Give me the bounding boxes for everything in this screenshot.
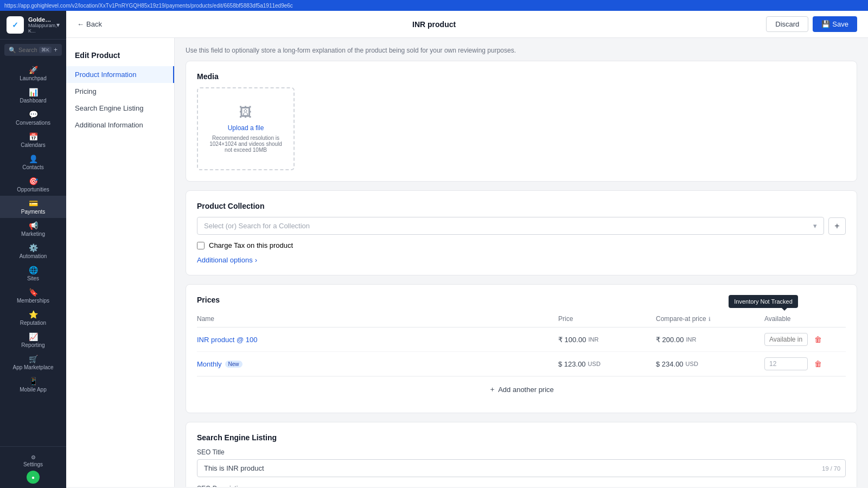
price-val-2: $ 123.00 USD — [558, 360, 656, 368]
discard-button[interactable]: Discard — [766, 16, 808, 32]
sidebar-item-marketing[interactable]: 📢 Marketing — [0, 218, 66, 240]
sidebar-item-app-marketplace[interactable]: 🛒 App Marketplace — [0, 351, 66, 374]
sidebar-bottom: ⚙ Settings ● — [0, 446, 66, 488]
available-input-2[interactable] — [764, 357, 808, 370]
charge-tax-checkbox[interactable] — [197, 242, 205, 249]
sidebar-item-opportunities[interactable]: 🎯 Opportunities — [0, 174, 66, 196]
sidebar-item-calendars[interactable]: 📅 Calendars — [0, 129, 66, 151]
save-icon: 💾 — [821, 20, 830, 28]
compare-val-2: $ 234.00 USD — [656, 360, 764, 368]
media-card: Media 🖼 Upload a file Recommended resolu… — [186, 61, 857, 182]
automation-icon: ⚙️ — [29, 243, 38, 252]
back-button[interactable]: ← Back — [77, 20, 102, 28]
left-nav-product-info[interactable]: Product Information — [66, 66, 174, 83]
browser-url: https://app.gohighlevel.com/v2/location/… — [4, 3, 293, 9]
sidebar-item-label: Automation — [20, 253, 47, 259]
compare-val-1: ₹ 200.00 INR — [656, 336, 764, 344]
mobile-app-icon: 📱 — [29, 377, 38, 386]
collection-row: Select (or) Search for a Collection ▾ + — [197, 217, 846, 235]
seo-title-label: SEO Title — [197, 448, 846, 456]
settings-label: Settings — [23, 461, 43, 467]
delete-price-2[interactable]: 🗑 — [811, 358, 825, 369]
back-label: Back — [86, 20, 102, 28]
sidebar-item-label: Reputation — [20, 320, 46, 326]
sidebar-item-label: Payments — [21, 209, 45, 215]
seo-title-input-wrap: 19 / 70 — [197, 459, 846, 477]
left-nav-additional[interactable]: Additional Information — [66, 117, 174, 133]
sidebar-item-contacts[interactable]: 👤 Contacts — [0, 151, 66, 174]
status-indicator: ● — [27, 471, 40, 484]
delete-price-1[interactable]: 🗑 — [811, 334, 825, 345]
upload-image-icon: 🖼 — [209, 105, 283, 120]
seo-title-field: SEO Title 19 / 70 — [197, 448, 846, 477]
calendars-icon: 📅 — [29, 132, 38, 141]
sidebar-item-label: Dashboard — [20, 98, 47, 104]
sidebar-item-conversations[interactable]: 💬 Conversations — [0, 107, 66, 129]
table-row: Monthly New $ 123.00 USD $ 234.00 USD 🗑 — [197, 352, 846, 376]
payments-icon: 💳 — [29, 199, 38, 208]
seo-title: Search Engine Listing — [197, 433, 846, 442]
brand-header[interactable]: ✓ Golden GYM Malappuram, K... ▾ — [0, 11, 66, 40]
sidebar-item-mobile-app[interactable]: 📱 Mobile App — [0, 374, 66, 396]
sidebar-item-payments[interactable]: 💳 Payments — [0, 196, 66, 218]
search-shortcut: ⌘K — [39, 47, 52, 53]
contacts-icon: 👤 — [29, 155, 38, 163]
table-row: INR product @ 100 ₹ 100.00 INR ₹ 200.00 … — [197, 328, 846, 352]
collection-select[interactable]: Select (or) Search for a Collection ▾ — [197, 217, 824, 235]
price-name-1[interactable]: INR product @ 100 — [197, 336, 558, 344]
main-scroll: Use this field to optionally store a lon… — [175, 38, 868, 487]
sidebar-item-label: Calendars — [21, 142, 46, 148]
sites-icon: 🌐 — [29, 266, 38, 274]
search-bar[interactable]: 🔍 ⌘K + — [4, 44, 62, 56]
add-collection-button[interactable]: + — [828, 217, 846, 235]
add-icon[interactable]: + — [54, 46, 58, 54]
add-price-label: Add another price — [498, 386, 554, 394]
available-cell-1: 🗑 — [764, 333, 846, 346]
charge-tax-row: Charge Tax on this product — [197, 241, 846, 249]
left-nav-seo[interactable]: Search Engine Listing — [66, 100, 174, 117]
tooltip-text: Inventory Not Tracked — [729, 295, 798, 308]
sidebar-item-label: Opportunities — [17, 187, 49, 192]
search-input[interactable] — [18, 47, 37, 53]
sidebar-item-label: Contacts — [22, 164, 43, 170]
brand-info: Golden GYM Malappuram, K... — [28, 16, 52, 34]
brand-logo: ✓ — [7, 16, 24, 34]
conversations-icon: 💬 — [29, 110, 38, 119]
seo-desc-label: SEO Description — [197, 485, 846, 487]
sidebar-item-sites[interactable]: 🌐 Sites — [0, 262, 66, 285]
app-marketplace-icon: 🛒 — [29, 355, 38, 363]
additional-options-link[interactable]: Additional options › — [197, 256, 846, 264]
new-badge: New — [225, 361, 242, 368]
dropdown-chevron-icon: ▾ — [813, 222, 817, 230]
sidebar-item-dashboard[interactable]: 📊 Dashboard — [0, 85, 66, 107]
left-nav: Edit Product Product Information Pricing… — [66, 38, 175, 487]
available-cell-2: 🗑 — [764, 357, 846, 370]
sidebar-item-reporting[interactable]: 📈 Reporting — [0, 329, 66, 351]
sidebar-item-memberships[interactable]: 🔖 Memberships — [0, 285, 66, 307]
memberships-icon: 🔖 — [29, 288, 38, 297]
sidebar-item-launchpad[interactable]: 🚀 Launchpad — [0, 62, 66, 85]
sidebar-item-automation[interactable]: ⚙️ Automation — [0, 240, 66, 262]
sidebar-item-settings[interactable]: ⚙ Settings — [4, 451, 62, 471]
left-nav-pricing[interactable]: Pricing — [66, 83, 174, 100]
edit-product-title: Edit Product — [66, 47, 174, 66]
upload-link[interactable]: Upload a file — [209, 124, 283, 132]
settings-icon: ⚙ — [31, 454, 36, 460]
add-price-button[interactable]: ＋ Add another price — [489, 384, 554, 394]
sidebar-item-label: App Marketplace — [12, 364, 53, 370]
available-input-1[interactable] — [764, 333, 808, 346]
save-button[interactable]: 💾 Save — [813, 16, 857, 32]
sidebar-item-label: Sites — [27, 275, 39, 281]
media-upload-area[interactable]: 🖼 Upload a file Recommended resolution i… — [197, 87, 295, 170]
price-name-2[interactable]: Monthly New — [197, 360, 558, 368]
brand-sub: Malappuram, K... — [28, 23, 52, 34]
seo-title-input[interactable] — [197, 459, 846, 477]
col-available: Available Inventory Not Tracked — [764, 315, 846, 323]
upload-hint: Recommended resolution is 1024×1024 and … — [209, 135, 283, 153]
sidebar-item-label: Memberships — [17, 298, 49, 304]
sidebar-item-label: Reporting — [21, 342, 44, 348]
prices-card: Prices Name Price Compare-at price ℹ Ava… — [186, 284, 857, 413]
price-val-1: ₹ 100.00 INR — [558, 336, 656, 344]
page-header: ← Back INR product Discard 💾 Save — [66, 11, 868, 38]
sidebar-item-reputation[interactable]: ⭐ Reputation — [0, 307, 66, 329]
